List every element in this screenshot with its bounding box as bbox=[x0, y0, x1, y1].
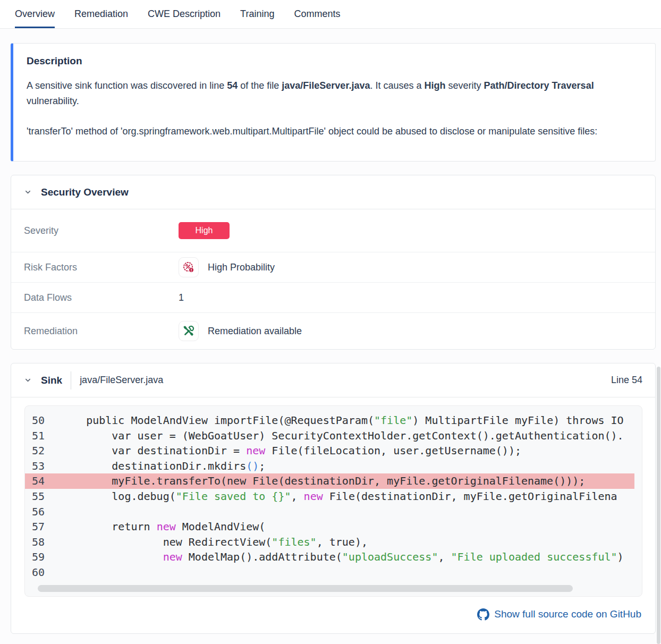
sink-card: Sink java/FileServer.java Line 54 50 pub… bbox=[11, 363, 656, 634]
code-line-59: 59 new ModelMap().addAttribute("uploadSu… bbox=[25, 549, 642, 565]
code-line-60: 60 bbox=[25, 565, 642, 580]
security-overview-rows: SeverityHighRisk FactorsHigh Probability… bbox=[11, 209, 655, 349]
line-number: 51 bbox=[32, 428, 61, 444]
line-number: 59 bbox=[32, 549, 61, 565]
code-text: new RedirectView("files", true), bbox=[61, 536, 368, 548]
row-value: High Probability bbox=[179, 257, 275, 277]
tab-comments[interactable]: Comments bbox=[294, 9, 340, 28]
code-line-57: 57 return new ModelAndView( bbox=[25, 519, 642, 535]
code-line-56: 56 bbox=[25, 504, 642, 520]
chevron-down-icon[interactable] bbox=[24, 376, 32, 384]
code-line-53: 53 destinationDir.mkdirs(); bbox=[25, 459, 642, 474]
divider bbox=[71, 371, 71, 389]
row-label: Risk Factors bbox=[24, 262, 179, 273]
code-text: new ModelMap().addAttribute("uploadSucce… bbox=[61, 550, 624, 563]
severity-badge: High bbox=[179, 222, 230, 239]
line-number: 50 bbox=[32, 413, 61, 428]
code-lines: 50 public ModelAndView importFile(@Reque… bbox=[25, 413, 642, 580]
tab-training[interactable]: Training bbox=[240, 9, 274, 28]
high-probability-icon bbox=[179, 257, 199, 277]
line-number: 53 bbox=[32, 459, 61, 474]
github-source-link[interactable]: Show full source code on GitHub bbox=[11, 608, 641, 633]
row-value: 1 bbox=[179, 292, 184, 303]
code-text: log.debug("File saved to {}", new File(d… bbox=[61, 490, 617, 503]
github-icon bbox=[477, 608, 489, 621]
code-text: destinationDir.mkdirs(); bbox=[61, 460, 265, 472]
row-data-flows: Data Flows1 bbox=[11, 283, 655, 313]
code-text: var destinationDir = new File(fileLocati… bbox=[61, 444, 521, 457]
sink-title: Sink bbox=[41, 375, 62, 386]
code-text: myFile.transferTo(new File(destinationDi… bbox=[61, 474, 585, 487]
tab-overview[interactable]: Overview bbox=[15, 9, 55, 28]
security-overview-title: Security Overview bbox=[41, 187, 129, 198]
row-value-text: 1 bbox=[179, 292, 184, 303]
row-risk-factors: Risk FactorsHigh Probability bbox=[11, 252, 655, 283]
horizontal-scrollbar-thumb[interactable] bbox=[38, 585, 573, 592]
description-paragraph-1: A sensitive sink function was discovered… bbox=[27, 78, 639, 109]
page-scrollbar-thumb[interactable] bbox=[657, 367, 660, 644]
description-callout: Description A sensitive sink function wa… bbox=[11, 43, 656, 162]
line-number: 58 bbox=[32, 535, 61, 550]
horizontal-scrollbar bbox=[25, 585, 642, 592]
description-paragraph-2: 'transferTo' method of 'org.springframew… bbox=[27, 124, 639, 139]
code-line-55: 55 log.debug("File saved to {}", new Fil… bbox=[25, 489, 642, 504]
tab-cwe-description[interactable]: CWE Description bbox=[148, 9, 221, 28]
row-value: High bbox=[179, 222, 230, 239]
row-value-text: High Probability bbox=[208, 262, 275, 273]
code-line-54-highlighted: 54 myFile.transferTo(new File(destinatio… bbox=[25, 473, 642, 489]
row-severity: SeverityHigh bbox=[11, 209, 655, 252]
row-label: Remediation bbox=[24, 326, 179, 337]
code-line-52: 52 var destinationDir = new File(fileLoc… bbox=[25, 443, 642, 459]
row-label: Severity bbox=[24, 225, 179, 236]
row-value-text: Remediation available bbox=[208, 326, 302, 337]
sink-file-name: java/FileServer.java bbox=[80, 375, 163, 386]
code-block: 50 public ModelAndView importFile(@Reque… bbox=[24, 405, 642, 597]
description-title: Description bbox=[27, 55, 639, 67]
code-line-51: 51 var user = (WebGoatUser) SecurityCont… bbox=[25, 428, 642, 444]
sink-header: Sink java/FileServer.java Line 54 bbox=[11, 363, 655, 397]
security-overview-header: Security Overview bbox=[11, 175, 655, 209]
code-line-58: 58 new RedirectView("files", true), bbox=[25, 535, 642, 550]
code-text: public ModelAndView importFile(@RequestP… bbox=[61, 414, 624, 427]
tab-remediation[interactable]: Remediation bbox=[74, 9, 128, 28]
code-text: return new ModelAndView( bbox=[61, 520, 265, 533]
line-number: 56 bbox=[32, 504, 61, 520]
remediation-tools-icon bbox=[179, 321, 199, 341]
row-label: Data Flows bbox=[24, 292, 179, 303]
row-remediation: RemediationRemediation available bbox=[11, 313, 655, 349]
line-number: 55 bbox=[32, 489, 61, 504]
code-line-50: 50 public ModelAndView importFile(@Reque… bbox=[25, 413, 642, 428]
tab-bar: OverviewRemediationCWE DescriptionTraini… bbox=[0, 0, 661, 29]
line-number: 57 bbox=[32, 519, 61, 535]
line-number: 54 bbox=[32, 473, 61, 489]
line-number: 52 bbox=[32, 443, 61, 459]
sink-line-number: Line 54 bbox=[611, 375, 642, 386]
chevron-down-icon[interactable] bbox=[24, 188, 32, 196]
github-link-label: Show full source code on GitHub bbox=[494, 608, 641, 620]
line-number: 60 bbox=[32, 565, 61, 580]
row-value: Remediation available bbox=[179, 321, 302, 341]
code-text: var user = (WebGoatUser) SecurityContext… bbox=[61, 429, 624, 442]
security-overview-card: Security Overview SeverityHighRisk Facto… bbox=[11, 175, 656, 350]
